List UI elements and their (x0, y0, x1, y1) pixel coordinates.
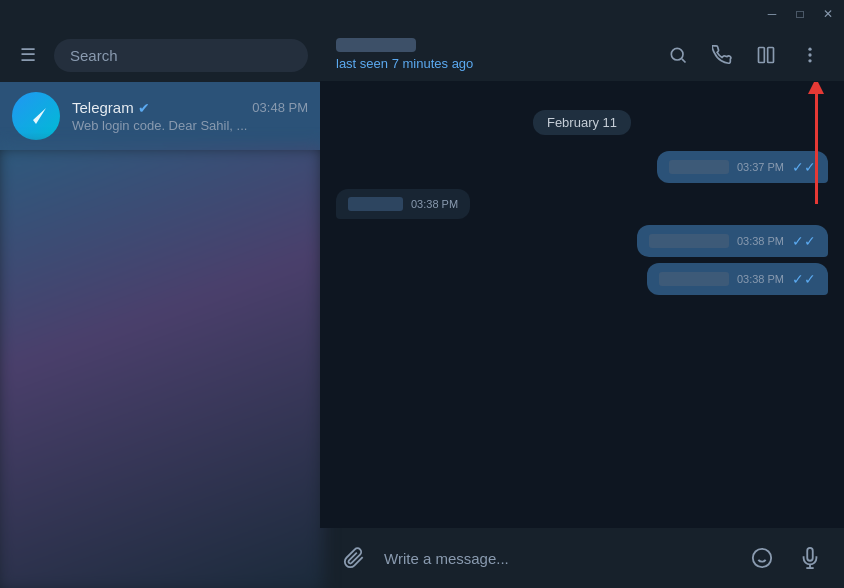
message-row: 03:38 PM ✓✓ (336, 225, 828, 257)
message-bubble-sent: 03:38 PM ✓✓ (647, 263, 828, 295)
search-input[interactable] (54, 39, 308, 72)
date-separator: February 11 (336, 110, 828, 135)
verified-badge: ✔ (138, 100, 150, 116)
chat-preview: Web login code. Dear Sahil, ... (72, 118, 308, 133)
date-badge: February 11 (533, 110, 631, 135)
sidebar: ☰ Telegram ✔ 03:48 PM Web login code. De… (0, 28, 320, 588)
maximize-button[interactable]: □ (788, 2, 812, 26)
svg-rect-2 (759, 47, 765, 62)
svg-point-7 (753, 549, 771, 567)
chat-list-item[interactable]: Telegram ✔ 03:48 PM Web login code. Dear… (0, 82, 320, 150)
call-button[interactable] (704, 37, 740, 73)
message-row: 03:38 PM ✓✓ (336, 263, 828, 295)
message-text-block (649, 234, 729, 248)
message-time: 03:38 PM (737, 273, 784, 285)
emoji-button[interactable] (744, 540, 780, 576)
message-row: 03:38 PM (336, 189, 828, 219)
double-check-icon: ✓✓ (792, 233, 816, 249)
svg-line-1 (682, 58, 686, 62)
title-bar: ─ □ ✕ (0, 0, 844, 28)
header-actions (660, 37, 828, 73)
svg-point-5 (808, 53, 811, 56)
message-time: 03:37 PM (737, 161, 784, 173)
minimize-button[interactable]: ─ (760, 2, 784, 26)
double-check-icon: ✓✓ (792, 159, 816, 175)
menu-button[interactable]: ☰ (12, 39, 44, 71)
chat-name: Telegram ✔ (72, 99, 150, 116)
message-row: 03:37 PM ✓✓ (336, 151, 828, 183)
svg-rect-3 (768, 47, 774, 62)
message-text-block (659, 272, 729, 286)
input-area (320, 528, 844, 588)
sidebar-blur-area (0, 146, 323, 588)
attach-button[interactable] (336, 540, 372, 576)
chat-info: Telegram ✔ 03:48 PM Web login code. Dear… (72, 99, 308, 133)
sidebar-header: ☰ (0, 28, 320, 82)
svg-point-0 (671, 48, 683, 60)
message-input[interactable] (384, 550, 732, 567)
message-bubble-received: 03:38 PM (336, 189, 470, 219)
chat-panel: last seen 7 minutes ago (320, 28, 844, 588)
columns-button[interactable] (748, 37, 784, 73)
chat-time: 03:48 PM (252, 100, 308, 115)
messages-area[interactable]: February 11 03:37 PM ✓✓ 03:38 PM (320, 82, 844, 528)
chat-header-status: last seen 7 minutes ago (336, 56, 660, 71)
svg-point-6 (808, 59, 811, 62)
message-time: 03:38 PM (411, 198, 458, 210)
message-time: 03:38 PM (737, 235, 784, 247)
avatar (12, 92, 60, 140)
svg-point-4 (808, 47, 811, 50)
chat-header: last seen 7 minutes ago (320, 28, 844, 82)
more-menu-button[interactable] (792, 37, 828, 73)
search-button[interactable] (660, 37, 696, 73)
message-bubble-sent: 03:38 PM ✓✓ (637, 225, 828, 257)
chat-header-name-block (336, 38, 416, 52)
close-button[interactable]: ✕ (816, 2, 840, 26)
chat-header-info: last seen 7 minutes ago (336, 38, 660, 71)
double-check-icon: ✓✓ (792, 271, 816, 287)
message-text-block (669, 160, 729, 174)
message-text-block (348, 197, 403, 211)
message-bubble-sent: 03:37 PM ✓✓ (657, 151, 828, 183)
main-layout: ☰ Telegram ✔ 03:48 PM Web login code. De… (0, 28, 844, 588)
mic-button[interactable] (792, 540, 828, 576)
